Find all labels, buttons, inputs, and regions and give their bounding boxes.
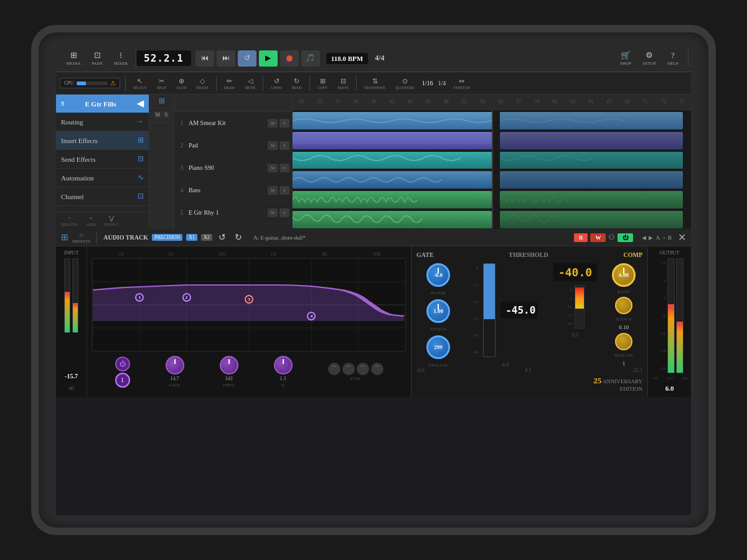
track-mute-5[interactable]: M [268,208,278,217]
shop-button[interactable]: 🛒 SHOP [614,49,637,67]
clip-4a[interactable] [293,171,492,189]
rewind-button[interactable]: ⏭ [217,50,235,67]
clip-6a[interactable] [293,211,492,228]
dynamics-section: GATE THRESHOLD COMP -6.0 FLOOR 1.00 [411,246,647,397]
track-solo-4[interactable]: S [280,186,289,195]
undo-plugin-icon[interactable]: ↺ [216,232,228,243]
quantize-value[interactable]: 1/16 [420,80,436,86]
play-button[interactable]: ▶ [259,50,278,67]
clip-6b[interactable] [500,211,683,228]
track-mute-2[interactable]: M [268,141,278,150]
comp-attack-knob[interactable] [615,297,632,314]
metronome-button[interactable]: 🎵 [301,50,320,67]
erase-tool-button[interactable]: ◇ERASE [192,76,214,91]
input-meter-l [64,258,70,333]
send-effects-button[interactable]: Send Effects ⊟ [56,150,149,169]
track-mute-3[interactable]: M [268,164,278,172]
eq-node-1[interactable]: 1 [135,293,144,302]
eq-gain-knob[interactable] [166,356,184,375]
eq-type-3[interactable]: ⌒ [357,363,369,375]
channel-button[interactable]: Channel ⊡ [56,187,149,206]
clip-5a[interactable] [293,191,492,208]
position-display[interactable]: 52.2.1 [136,50,191,66]
media-button[interactable]: ⊞ MEDIA [62,49,85,67]
track-solo-3[interactable]: S [280,164,289,172]
help-button[interactable]: ? HELP [662,49,684,67]
help-icon: ? [671,50,675,60]
track-solo-5[interactable]: S [280,208,289,217]
eq-band-num-button[interactable]: 1 [115,373,130,388]
eq-freq-knob[interactable] [220,356,238,375]
gate-attack-knob[interactable]: 1.00 [426,299,450,323]
clip-4b[interactable] [500,171,683,189]
selected-track[interactable]: 9 E Gtr Fills ◀ [56,95,149,113]
timeline-row-5 [293,189,691,209]
plugin-close-button[interactable]: ✕ [678,231,686,243]
track-mute-4[interactable]: M [268,186,278,195]
power-button[interactable]: ⏻ [618,233,633,242]
add-button[interactable]: +ADD [83,215,98,227]
delete-button[interactable]: −DELETE [59,215,80,227]
clip-3a[interactable] [293,152,492,169]
comp-ratio-knob[interactable]: 6.00 [612,263,636,287]
eq-node-2[interactable]: 2 [182,293,191,302]
eq-type-1[interactable]: ⌒ [328,363,341,375]
input-value: -15.7 [62,371,80,381]
stretch-value[interactable]: 1/4 [435,80,448,86]
glue-tool-button[interactable]: ⊕GLUE [172,76,192,91]
clip-1a[interactable] [293,112,492,129]
setup-button[interactable]: ⚙ SETUP [638,49,660,67]
eq-power-button[interactable]: ⏻ [115,357,130,371]
copy-button[interactable]: ⊞COPY [312,76,332,91]
draw-tool-button[interactable]: ✏DRAW [219,76,240,91]
gate-floor-knob[interactable]: -6.0 [426,263,450,287]
comp-ratio-label: RATIO [618,289,631,294]
transpose-icon: ⇅ [372,77,378,85]
mixer-button[interactable]: ⫶ MIXER [110,49,132,67]
bpm-display[interactable]: 118.0 BPM [326,53,368,64]
x1-label[interactable]: X1 [186,234,197,241]
stretch-button[interactable]: ⇔STRETCH [448,76,475,91]
w-button[interactable]: W [590,233,606,242]
duplicate-button[interactable]: ⋁DUPLC [102,215,121,227]
clip-3b[interactable] [500,152,683,169]
paste-button[interactable]: ⊟PASTE [332,76,354,91]
r-button[interactable]: R [574,233,588,242]
split-tool-button[interactable]: ✂SPLIT [152,76,172,91]
comp-release-knob[interactable] [615,333,632,350]
quantize-button[interactable]: ⊙QUANTIZE [390,76,419,91]
track-solo-2[interactable]: S [280,141,289,150]
loop-button[interactable]: ↺ [238,50,256,67]
rewind-to-start-button[interactable]: ⏮ [195,50,214,67]
eq-type-2[interactable]: ⌒ [342,363,355,375]
pads-button[interactable]: ⊡ PADS [86,49,108,67]
clip-2b[interactable] [500,132,683,149]
select-tool-button[interactable]: ↖SELECT [128,76,152,91]
gate-release-knob[interactable]: 299 [426,335,450,359]
eq-type-4[interactable]: ⌒ [371,363,383,375]
clip-5b[interactable] [500,191,683,208]
eq-node-4[interactable]: 4 [307,312,316,320]
insert-effects-button[interactable]: Insert Effects ⊞ [56,131,149,150]
redo-button[interactable]: ↻REDO [287,76,307,91]
mute-tool-button[interactable]: ◁MUTE [240,76,260,91]
record-button[interactable] [280,50,299,67]
eq-q-knob[interactable] [274,356,293,375]
redo-plugin-icon[interactable]: ↻ [232,232,245,243]
x2-label[interactable]: X2 [201,234,212,241]
transport-controls: ⏮ ⏭ ↺ ▶ 🎵 [191,50,324,67]
eq-node-3[interactable]: 3 [245,295,253,304]
track-mute-1[interactable]: M [268,119,278,128]
routing-button[interactable]: Routing → [56,113,149,131]
clip-1b[interactable] [500,112,683,129]
transpose-button[interactable]: ⇅TRANSPOSE [359,76,390,91]
time-signature[interactable]: 4/4 [370,54,389,63]
automation-button[interactable]: Automation ∿ [56,169,149,187]
prev-arrow[interactable]: ◀ [642,235,646,241]
presets-button[interactable]: ☆ PRESETS [72,231,90,244]
threshold-area: 0 -12 -24 -30 -36 -48 [465,263,545,368]
clip-2a[interactable] [293,132,492,149]
track-solo-1[interactable]: S [280,119,289,128]
next-arrow[interactable]: ▶ [649,235,653,241]
undo-button[interactable]: ↺UNDO [266,76,286,91]
